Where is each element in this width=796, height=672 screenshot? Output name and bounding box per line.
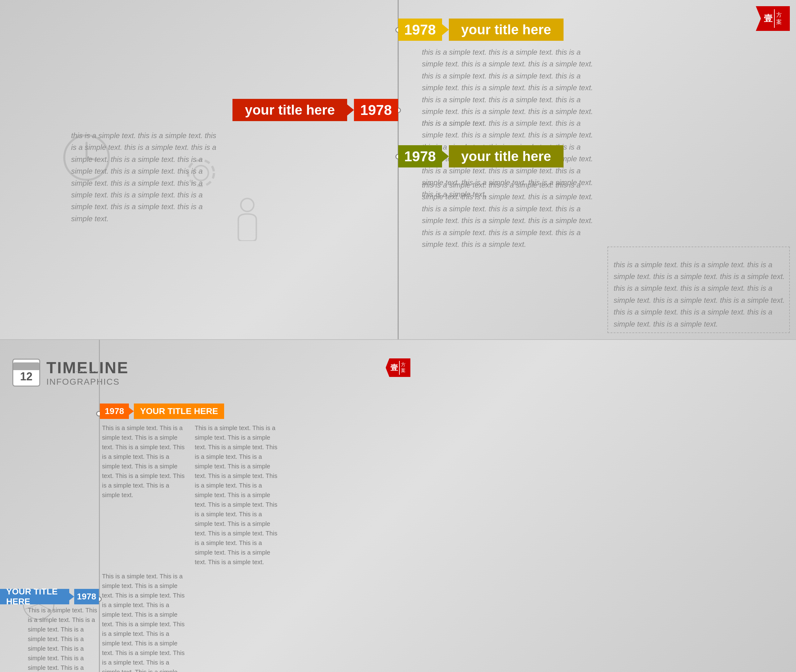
badge-divider [774,9,775,28]
bottom-item-1: 1978 YOUR TITLE HERE [100,403,224,419]
title-label-3: your title here [449,145,564,168]
timeline-line-bottom [99,340,100,672]
svg-point-3 [194,166,208,181]
connector-2 [347,104,354,115]
bottom-body-1: This is a simple text. This is a simple … [102,423,189,500]
corner-badge-char: 壹 [764,13,772,24]
bottom-badge-line1: 方 [401,362,405,368]
calendar-icon: 12 [12,359,40,387]
bottom-year-2: 1978 [74,589,99,604]
timeline-line-top [397,0,399,339]
bottom-connector-2-a [69,593,74,600]
bottom-title-2: YOUR TITLE HERE [0,589,69,604]
calendar-top-bar [13,362,39,370]
bottom-badge-char: 壹 [391,363,398,373]
corner-badge-line2: 案 [776,19,782,26]
bottom-section: 12 TIMELINE INFOGRAPHICS 壹 方 案 1978 YOUR… [0,340,796,672]
bottom-connector-1 [129,408,134,415]
timeline-item-3: 1978 your title here [398,145,564,168]
corner-badge-line1: 方 [776,11,782,19]
year-badge-1: 1978 [398,19,442,41]
bottom-badge-divider [399,361,400,375]
bottom-title-1: YOUR TITLE HERE [134,403,224,419]
logo-title: TIMELINE [46,358,129,377]
logo-connector [76,371,101,372]
title-label-1: your title here [449,19,564,41]
corner-badge-top: 壹 方 案 [756,6,790,31]
bottom-body-right-mid: This is a simple text. This is a simple … [102,571,189,672]
person-icon [232,198,269,244]
gear-icon [183,155,219,192]
timeline-item-1: 1978 your title here [398,19,564,41]
top-section: 壹 方 案 1978 your title here this is a sim… [0,0,796,340]
title-label-2: your title here [232,99,347,121]
year-badge-2: 1978 [354,99,398,121]
body-text-box: this is a simple text. this is a simple … [613,259,787,330]
bottom-item-2: YOUR TITLE HERE 1978 [0,589,99,604]
bottom-badge-line2: 案 [401,368,405,374]
logo-text: TIMELINE INFOGRAPHICS [46,358,129,387]
bottom-year-1: 1978 [100,403,129,419]
connector-3 [442,151,449,162]
body-text-right-bot: this is a simple text. this is a simple … [422,179,601,250]
bottom-body-left: This is a simple text. This is a simple … [28,606,99,672]
connector-1 [442,24,449,35]
calendar-date: 12 [20,370,32,383]
corner-badge-bottom: 壹 方 案 [386,358,410,377]
svg-point-5 [241,198,254,211]
year-badge-3: 1978 [398,145,442,168]
logo-subtitle: INFOGRAPHICS [46,377,129,387]
bottom-body-right: This is a simple text. This is a simple … [195,423,281,567]
body-text-1: this is a simple text. this is a simple … [422,46,601,130]
svg-point-4 [188,160,214,186]
timeline-item-2: your title here 1978 [232,99,398,121]
logo-area: 12 TIMELINE INFOGRAPHICS [12,358,129,387]
